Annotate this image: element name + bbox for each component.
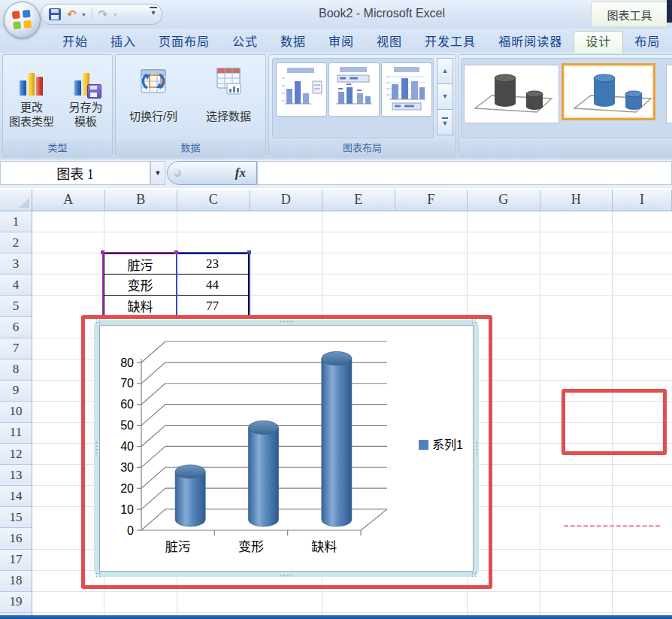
row-header-10[interactable]: 10 <box>0 402 32 423</box>
row-header-19[interactable]: 19 <box>0 592 32 613</box>
group-chart-styles <box>459 54 672 156</box>
gallery-more-icon[interactable]: ▼ <box>437 109 453 135</box>
contextual-tool-header: 图表工具 <box>591 2 668 26</box>
layout-thumb-1[interactable] <box>276 62 327 117</box>
redo-icon: ↷ <box>98 9 108 20</box>
group-label-chart-layouts: 图表布局 <box>269 140 456 156</box>
chart-layout-gallery <box>272 58 434 138</box>
range-handle[interactable] <box>247 250 251 254</box>
undo-icon[interactable]: ↶ <box>67 9 77 20</box>
column-headers: ABCDEFGHI <box>32 190 672 211</box>
insert-function-icon[interactable]: fx <box>235 165 246 181</box>
table-row: 脏污23 <box>104 253 249 275</box>
category-cell[interactable]: 变形 <box>104 275 177 296</box>
gallery-scroll-up-icon[interactable]: ▲ <box>437 58 453 84</box>
select-data-button[interactable]: 选择数据 <box>192 59 265 138</box>
source-data-table: 脏污23变形44缺料77 <box>104 253 249 317</box>
tab-developer[interactable]: 开发工具 <box>413 32 487 53</box>
column-header-F[interactable]: F <box>395 190 468 211</box>
save-template-icon <box>58 58 114 97</box>
customize-qat-icon[interactable]: ▾ <box>150 7 157 17</box>
column-header-C[interactable]: C <box>177 190 250 211</box>
category-cell[interactable]: 缺料 <box>104 296 177 317</box>
excel-window: Book2 - Microsoft Excel 图表工具 ↶▾ ↷▾ ▾ 开始 … <box>0 0 672 619</box>
formula-input[interactable] <box>257 161 672 185</box>
range-handle[interactable] <box>101 250 104 254</box>
column-header-E[interactable]: E <box>322 190 395 211</box>
name-box-dropdown-icon[interactable]: ▼ <box>150 161 165 185</box>
value-cell[interactable]: 44 <box>177 275 249 296</box>
row-header-5[interactable]: 5 <box>0 296 32 317</box>
change-chart-type-button[interactable]: 更改图表类型 <box>4 58 59 139</box>
row-header-9[interactable]: 9 <box>0 381 32 402</box>
column-header-A[interactable]: A <box>32 190 105 211</box>
row-header-12[interactable]: 12 <box>0 444 32 465</box>
select-data-icon <box>192 59 265 102</box>
save-as-template-button[interactable]: 另存为模板 <box>58 58 114 139</box>
tab-view[interactable]: 视图 <box>365 32 413 53</box>
row-header-2[interactable]: 2 <box>0 232 32 253</box>
category-cell[interactable]: 脏污 <box>104 253 177 275</box>
layout-thumb-2[interactable] <box>328 62 380 117</box>
save-icon[interactable] <box>49 8 61 20</box>
column-header-H[interactable]: H <box>540 190 613 211</box>
window-title: Book2 - Microsoft Excel <box>319 7 445 20</box>
group-label-chart-styles <box>459 140 672 156</box>
row-header-14[interactable]: 14 <box>0 486 32 507</box>
chart-type-icon <box>4 58 59 97</box>
divider <box>92 8 92 20</box>
fx-capsule: fx <box>167 161 257 185</box>
redo-dropdown-icon: ▾ <box>114 11 117 18</box>
row-header-13[interactable]: 13 <box>0 465 32 486</box>
formula-bar: 图表 1 ▼ fx <box>0 159 672 188</box>
tab-chart-design[interactable]: 设计 <box>574 31 623 53</box>
style-thumb-partial[interactable] <box>666 65 672 123</box>
tab-chart-layout[interactable]: 布局 <box>623 32 671 53</box>
tab-formulas[interactable]: 公式 <box>221 32 269 53</box>
tab-page-layout[interactable]: 页面布局 <box>147 32 221 53</box>
row-header-11[interactable]: 11 <box>0 423 32 444</box>
row-header-17[interactable]: 17 <box>0 550 32 571</box>
undo-dropdown-icon[interactable]: ▾ <box>83 11 86 18</box>
style-thumb-blue-selected[interactable] <box>562 63 655 120</box>
fx-dot-icon <box>174 169 181 177</box>
column-header-G[interactable]: G <box>468 190 540 211</box>
row-header-6[interactable]: 6 <box>0 317 32 338</box>
annotation-rectangle-small <box>562 389 667 455</box>
switch-row-column-button[interactable]: 切换行/列 <box>117 59 189 138</box>
row-header-15[interactable]: 15 <box>0 507 32 528</box>
layout-thumb-3[interactable] <box>381 62 432 117</box>
group-data: 切换行/列 选择数据 数据 <box>115 54 266 156</box>
annotation-dashed-line <box>564 525 660 527</box>
switch-row-column-icon <box>117 59 189 102</box>
column-header-D[interactable]: D <box>250 190 323 211</box>
tab-data[interactable]: 数据 <box>269 32 317 53</box>
name-box[interactable]: 图表 1 <box>0 161 150 185</box>
title-bar: Book2 - Microsoft Excel 图表工具 ↶▾ ↷▾ ▾ <box>0 0 672 29</box>
group-type: 更改图表类型 另存为模板 类型 <box>2 54 113 156</box>
row-header-1[interactable]: 1 <box>0 211 32 232</box>
tab-review[interactable]: 审阅 <box>317 32 365 53</box>
gallery-scroll-down-icon[interactable]: ▼ <box>437 83 453 110</box>
row-header-18[interactable]: 18 <box>0 571 32 592</box>
column-header-B[interactable]: B <box>105 190 178 211</box>
tab-insert[interactable]: 插入 <box>99 32 147 53</box>
window-bottom-border <box>0 615 672 619</box>
column-header-I[interactable]: I <box>613 190 672 211</box>
row-header-8[interactable]: 8 <box>0 360 32 381</box>
tab-foxit-reader[interactable]: 福昕阅读器 <box>487 32 574 53</box>
select-all-corner[interactable] <box>0 190 32 211</box>
style-thumb-gray[interactable] <box>464 65 559 123</box>
row-header-7[interactable]: 7 <box>0 338 32 360</box>
office-button[interactable] <box>4 2 41 38</box>
office-logo-icon <box>12 10 32 29</box>
row-header-16[interactable]: 16 <box>0 528 32 549</box>
tab-home[interactable]: 开始 <box>51 32 99 53</box>
value-cell[interactable]: 23 <box>177 253 249 275</box>
range-handle[interactable] <box>174 250 178 254</box>
value-cell[interactable]: 77 <box>177 296 249 317</box>
row-header-4[interactable]: 4 <box>0 275 32 296</box>
table-row: 变形44 <box>104 275 249 296</box>
row-header-3[interactable]: 3 <box>0 253 32 275</box>
annotation-rectangle-chart <box>81 315 492 589</box>
